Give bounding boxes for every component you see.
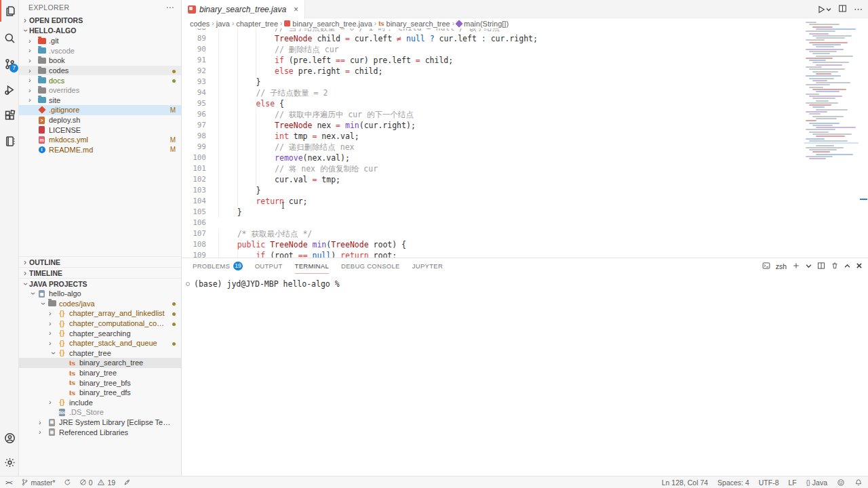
breadcrumb-codes[interactable]: codes (190, 20, 210, 28)
code-line[interactable]: 107/* 获取最小结点 */ (182, 228, 804, 239)
indentation-status[interactable]: Spaces: 4 (717, 479, 749, 487)
code-line[interactable]: 105} (182, 207, 804, 218)
code-line[interactable]: 92else pre.right = child; (182, 66, 804, 77)
file-row[interactable]: ›.git (19, 36, 181, 46)
panel-tab-output[interactable]: OUTPUT (255, 258, 283, 274)
file-row[interactable]: ›book (19, 56, 181, 66)
file-row[interactable]: ›.vscode (19, 46, 181, 56)
git-branch-status[interactable]: master* (21, 479, 55, 487)
outline-section[interactable]: › OUTLINE (19, 256, 181, 267)
file-row[interactable]: mmkdocs.ymlM (19, 135, 181, 145)
file-row[interactable]: ›docs (19, 75, 181, 85)
java-project-row[interactable]: ›{}chapter_array_and_linkedlist (19, 308, 181, 319)
kill-terminal-icon[interactable] (831, 262, 839, 271)
eol-status[interactable]: LF (789, 479, 797, 487)
code-line[interactable]: 97TreeNode nex = min(cur.right); (182, 120, 804, 131)
remote-indicator[interactable]: >< (5, 479, 12, 486)
java-project-row[interactable]: ʦbinary_search_tree (19, 358, 181, 368)
split-terminal-icon[interactable] (817, 262, 825, 271)
panel-tab-jupyter[interactable]: JUPYTER (412, 258, 443, 274)
java-project-row[interactable]: ʦbinary_tree (19, 368, 181, 378)
code-line[interactable]: 103} (182, 185, 804, 196)
code-editor[interactable]: 88// 当子结点数量 = 0 / 1 时， child = null / 该子… (182, 28, 804, 258)
close-panel-icon[interactable] (856, 262, 863, 270)
source-control-icon[interactable]: 7 (0, 53, 19, 75)
file-row[interactable]: .gitignoreM (19, 105, 181, 115)
extensions-icon[interactable] (0, 104, 19, 126)
code-line[interactable]: 106 (182, 218, 804, 228)
file-row[interactable]: LICENSE (19, 125, 181, 135)
problems-status[interactable]: 0 19 (79, 479, 116, 487)
code-line[interactable]: 108public TreeNode min(TreeNode root) { (182, 239, 804, 250)
code-line[interactable]: 95else { (182, 98, 804, 109)
terminal-dropdown-icon[interactable] (806, 262, 812, 270)
java-project-row[interactable]: ›{}chapter_computational_complexity (19, 319, 181, 329)
java-project-row[interactable]: doc.DS_Store (19, 407, 181, 418)
open-editors-section[interactable]: › OPEN EDITORS (19, 15, 181, 25)
java-project-row[interactable]: ›▦hello-algo (19, 289, 181, 299)
file-row[interactable]: iREADME.mdM (19, 145, 181, 155)
run-debug-icon[interactable] (0, 79, 19, 100)
code-line[interactable]: 93} (182, 77, 804, 87)
terminal-content[interactable]: (base) jyd@JYD-MBP hello-algo % (182, 274, 868, 289)
settings-gear-icon[interactable] (0, 451, 19, 473)
code-line[interactable]: 96// 获取中序遍历中 cur 的下一个结点 (182, 109, 804, 120)
file-row[interactable]: >deploy.sh (19, 115, 181, 125)
java-project-row[interactable]: ʦbinary_tree_dfs (19, 388, 181, 398)
tab-binary-search-tree[interactable]: binary_search_tree.java × (182, 0, 305, 18)
breadcrumb-file[interactable]: binary_search_tree.java (284, 20, 372, 28)
language-mode-status[interactable]: {} Java (806, 479, 827, 487)
panel-tab-debug-console[interactable]: DEBUG CONSOLE (341, 258, 400, 274)
sync-icon[interactable] (64, 479, 71, 486)
file-row[interactable]: ›codes (19, 66, 181, 76)
java-projects-section[interactable]: › JAVA PROJECTS (19, 278, 181, 289)
code-line[interactable]: 109if (root == null) return root; (182, 250, 804, 258)
java-project-row[interactable]: ›≣JRE System Library [Eclipse Temurin 17… (19, 418, 181, 428)
maximize-panel-icon[interactable] (844, 262, 850, 270)
timeline-section[interactable]: › TIMELINE (19, 267, 181, 278)
account-icon[interactable] (0, 427, 19, 449)
breadcrumb-java[interactable]: java (216, 20, 230, 28)
code-line[interactable]: 88// 当子结点数量 = 0 / 1 时， child = null / 该子… (182, 28, 804, 33)
code-line[interactable]: 102cur.val = tmp; (182, 174, 804, 185)
notifications-bell-icon[interactable] (854, 479, 863, 487)
java-project-row[interactable]: ›{}chapter_tree (19, 348, 181, 359)
code-line[interactable]: 90// 删除结点 cur (182, 44, 804, 55)
file-row[interactable]: ›overrides (19, 85, 181, 96)
code-line[interactable]: 104return cur; (182, 196, 804, 207)
root-folder-section[interactable]: › HELLO-ALGO (19, 25, 181, 36)
search-icon[interactable] (0, 27, 19, 49)
cursor-position-status[interactable]: Ln 128, Col 74 (662, 479, 708, 487)
java-project-row[interactable]: ›{}include (19, 398, 181, 408)
java-project-row[interactable]: ʦbinary_tree_bfs (19, 378, 181, 388)
explorer-icon[interactable] (0, 0, 19, 22)
panel-tab-problems[interactable]: PROBLEMS19 (193, 258, 243, 274)
java-project-row[interactable]: ›{}chapter_stack_and_queue (19, 338, 181, 348)
code-line[interactable]: 101// 将 nex 的值复制给 cur (182, 163, 804, 174)
code-line[interactable]: 94// 子结点数量 = 2 (182, 87, 804, 98)
java-status-rocket-icon[interactable] (123, 479, 131, 486)
java-project-row[interactable]: ›{}chapter_searching (19, 328, 181, 338)
code-line[interactable]: 91if (pre.left == cur) pre.left = child; (182, 55, 804, 66)
code-line[interactable]: 89TreeNode child = cur.left ≠ null ? cur… (182, 33, 804, 44)
code-line[interactable]: 99// 递归删除结点 nex (182, 142, 804, 152)
encoding-status[interactable]: UTF-8 (759, 479, 779, 487)
breadcrumb-class[interactable]: ʦ binary_search_tree (378, 20, 450, 28)
notebook-icon[interactable] (0, 130, 19, 152)
file-row[interactable]: ›site (19, 96, 181, 106)
split-editor-icon[interactable] (838, 3, 847, 16)
editor-more-actions-icon[interactable]: ⋯ (854, 4, 863, 14)
breadcrumb-chapter-tree[interactable]: chapter_tree (236, 20, 278, 28)
tab-close-icon[interactable]: × (294, 5, 298, 14)
run-java-button[interactable] (816, 5, 831, 14)
java-project-row[interactable]: ›≣Referenced Libraries (19, 427, 181, 437)
panel-tab-terminal[interactable]: TERMINAL (295, 258, 329, 274)
java-project-row[interactable]: ›codes/java (19, 299, 181, 309)
overview-ruler[interactable] (859, 19, 868, 258)
minimap[interactable] (804, 19, 859, 258)
code-line[interactable]: 100remove(nex.val); (182, 152, 804, 163)
code-line[interactable]: 98int tmp = nex.val; (182, 131, 804, 142)
views-more-icon[interactable]: ⋯ (166, 3, 174, 12)
feedback-smiley-icon[interactable] (837, 479, 845, 487)
breadcrumb-method[interactable]: main(String[]) (456, 20, 509, 28)
